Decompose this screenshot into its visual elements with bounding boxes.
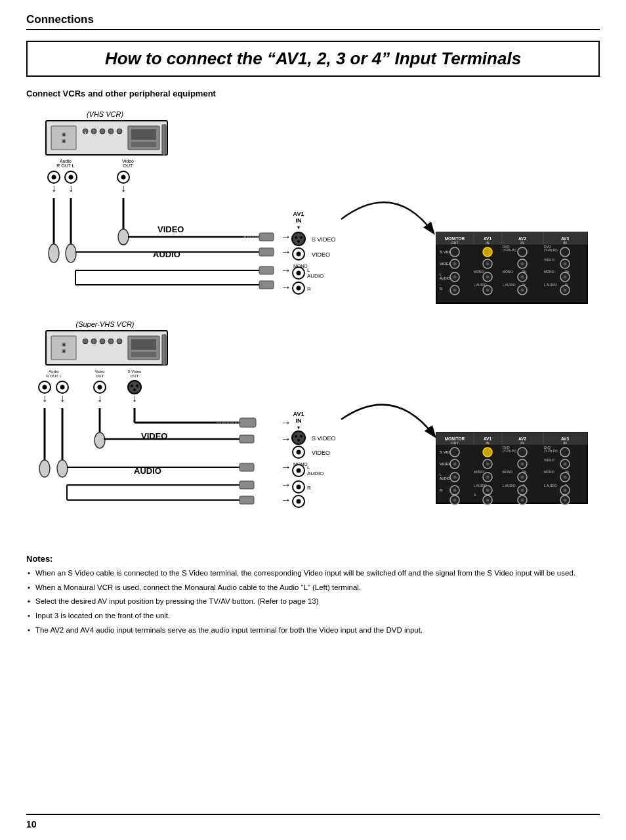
svg-text:OUT: OUT [451,241,459,245]
svg-point-207 [297,469,301,473]
svg-rect-39 [259,233,274,241]
svg-point-94 [560,247,570,257]
svg-rect-12 [131,129,156,140]
svg-text:→: → [281,264,291,276]
svg-point-97 [453,262,457,266]
svg-text:MONO: MONO [544,270,554,274]
svg-point-6 [91,129,96,134]
svg-point-200 [297,439,300,442]
svg-text:▣: ▣ [62,348,66,353]
notes-title: Notes: [26,554,600,564]
svg-rect-136 [51,336,76,360]
svg-rect-183 [240,463,254,471]
svg-point-53 [292,232,305,245]
svg-point-157 [60,385,65,390]
svg-rect-145 [131,339,156,350]
svg-point-199 [300,435,303,438]
svg-point-139 [83,339,88,344]
page-footer: 10 [26,814,600,830]
svg-point-162 [136,385,138,387]
svg-point-171 [57,460,68,477]
svg-point-233 [518,448,527,457]
svg-text:R: R [440,488,443,492]
svg-text:AV2: AV2 [518,236,527,241]
svg-text:OUT: OUT [451,441,459,445]
svg-point-160 [128,381,141,394]
svg-text:MONO: MONO [474,470,484,474]
svg-text:IN: IN [296,417,302,424]
svg-rect-146 [131,352,156,357]
svg-point-56 [297,240,300,243]
svg-text:VIDEO: VIDEO [312,450,330,456]
svg-text:Video: Video [122,159,134,163]
svg-point-159 [98,385,102,390]
svg-text:↓: ↓ [60,392,65,404]
svg-text:AUDIO: AUDIO [153,249,180,259]
svg-point-131 [521,289,524,292]
svg-point-236 [560,448,570,457]
note-item-1: When an S Video cable is connected to th… [26,568,600,579]
svg-text:AV1: AV1 [484,436,492,441]
svg-text:(Y-Pb-Pr): (Y-Pb-Pr) [503,449,516,453]
svg-point-214 [297,499,301,504]
svg-point-197 [292,431,305,444]
page-number: 10 [26,819,37,830]
svg-text:▼: ▼ [297,425,301,430]
svg-text:VIDEO: VIDEO [157,224,184,234]
svg-point-24 [121,175,126,180]
note-item-2: When a Monaural VCR is used, connect the… [26,582,600,593]
svg-rect-2 [51,126,76,150]
svg-text:AUDIO: AUDIO [307,273,323,279]
svg-point-246 [564,463,567,466]
svg-text:MONITOR: MONITOR [445,236,465,241]
svg-text:IN: IN [486,441,490,445]
svg-text:VIDEO: VIDEO [544,458,554,462]
svg-point-29 [49,244,59,262]
svg-text:R: R [307,485,311,491]
svg-point-280 [486,499,490,502]
svg-point-88 [483,247,492,257]
notes-section: Notes: When an S Video cable is connecte… [26,547,600,635]
svg-text:(Y-Pb-Pr): (Y-Pb-Pr) [544,248,558,252]
svg-rect-176 [240,418,256,427]
svg-text:Audio: Audio [60,159,72,163]
svg-text:IN: IN [486,241,490,245]
svg-point-34 [118,229,129,245]
svg-point-7 [100,129,105,134]
svg-text:↓: ↓ [51,182,56,194]
svg-text:IN: IN [520,441,524,445]
svg-text:OUT: OUT [96,374,104,378]
svg-point-140 [91,339,96,344]
diagram-svhs: (Super-VHS VCR) ▣ ▣ Audio R OUT L Video … [26,318,597,528]
svg-text:VIDEO: VIDEO [312,251,330,258]
svg-rect-46 [259,266,274,274]
svg-text:↓: ↓ [68,182,73,194]
svg-text:R: R [440,287,443,291]
svg-text:→: → [281,433,291,444]
svg-text:AV3: AV3 [561,436,570,441]
svg-text:→: → [281,461,291,472]
svg-text:S Video: S Video [128,369,142,373]
svg-point-239 [453,463,457,466]
svg-point-113 [453,276,457,279]
svg-point-8 [108,129,114,134]
svg-text:L: L [307,267,310,273]
svg-point-261 [564,476,567,479]
svg-point-20 [52,175,56,180]
svg-text:MONO: MONO [474,270,484,274]
svg-text:●: ● [84,131,86,135]
svg-point-203 [297,450,301,455]
svg-point-67 [297,286,301,291]
svg-point-54 [295,236,297,239]
svg-text:L AUDIO: L AUDIO [503,283,516,287]
svg-text:L AUDIO: L AUDIO [544,283,557,287]
svg-text:→: → [281,417,291,428]
svg-point-133 [564,289,567,292]
svg-text:↓: ↓ [121,182,126,194]
svg-point-31 [66,244,76,262]
svg-point-257 [486,476,490,479]
svg-text:MONO: MONO [503,470,513,474]
svg-text:L AUDIO: L AUDIO [544,484,557,488]
svg-point-273 [521,489,524,492]
svg-point-161 [131,385,133,387]
